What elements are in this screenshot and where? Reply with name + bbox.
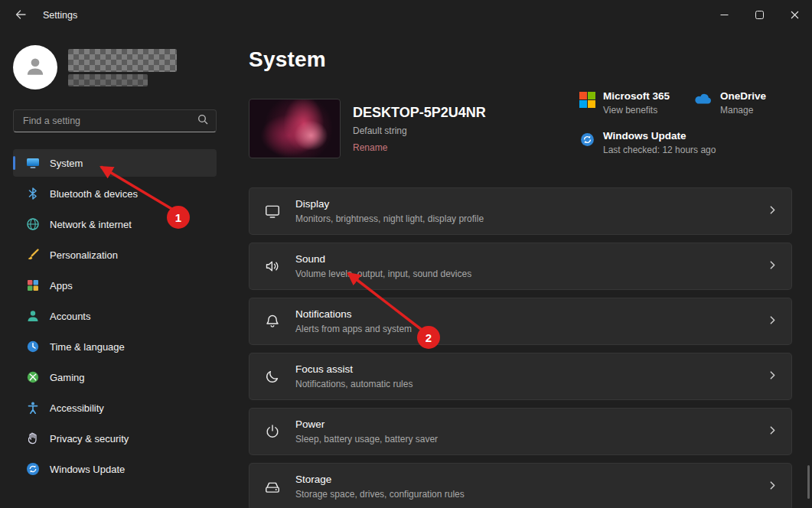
row-text: Power Sleep, battery usage, battery save… <box>295 418 438 444</box>
back-button[interactable] <box>8 3 34 28</box>
maximize-icon <box>755 8 764 22</box>
sidebar-item-privacy-security[interactable]: Privacy & security <box>13 425 217 452</box>
page-title: System <box>249 47 792 72</box>
rename-link[interactable]: Rename <box>353 142 486 153</box>
chevron-right-icon <box>768 425 778 438</box>
row-subtitle: Alerts from apps and system <box>295 324 412 334</box>
app-body: System Bluetooth & devices Network & int… <box>0 31 812 508</box>
row-text: Display Monitors, brightness, night ligh… <box>295 198 484 224</box>
sidebar-item-label: Privacy & security <box>50 433 129 444</box>
person-avatar-icon <box>23 54 47 81</box>
quick-link-text: Windows Update Last checked: 12 hours ag… <box>603 130 716 155</box>
device-header: DESKTOP-5P2U4NR Default string Rename Mi… <box>249 98 792 159</box>
windows-update-icon <box>579 132 595 148</box>
accessibility-icon <box>25 400 41 415</box>
sidebar: System Bluetooth & devices Network & int… <box>0 31 236 508</box>
settings-row-focus-assist[interactable]: Focus assist Notifications, automatic ru… <box>249 353 792 400</box>
row-text: Sound Volume levels, output, input, soun… <box>295 253 471 279</box>
row-subtitle: Sleep, battery usage, battery saver <box>295 434 438 444</box>
row-title: Notifications <box>295 308 412 320</box>
row-title: Storage <box>295 474 465 485</box>
sidebar-item-label: Gaming <box>50 372 85 383</box>
quick-link-action[interactable]: View benefits <box>603 105 670 116</box>
sound-icon <box>264 258 281 275</box>
censored-name-block <box>68 49 177 72</box>
sidebar-item-label: Time & language <box>50 341 125 353</box>
settings-window: { "colors": { "page_bg": "#1f1f1f", "car… <box>0 0 812 508</box>
search-input[interactable] <box>21 115 197 127</box>
sidebar-item-bluetooth-devices[interactable]: Bluetooth & devices <box>13 180 217 207</box>
sidebar-item-network-internet[interactable]: Network & internet <box>13 210 217 238</box>
censored-email-block <box>68 74 148 86</box>
sidebar-item-label: Network & internet <box>50 219 132 230</box>
xbox-icon <box>25 370 41 385</box>
chevron-right-icon <box>768 370 778 383</box>
device-name: DESKTOP-5P2U4NR <box>353 105 486 121</box>
window-controls <box>706 0 812 31</box>
quick-link-microsoft-365[interactable]: Microsoft 365 View benefits <box>579 90 693 116</box>
settings-row-power[interactable]: Power Sleep, battery usage, battery save… <box>249 408 792 455</box>
back-arrow-icon <box>15 8 26 22</box>
search-icon[interactable] <box>197 114 208 128</box>
close-icon <box>791 8 799 22</box>
apps-grid-icon <box>25 278 41 293</box>
settings-row-sound[interactable]: Sound Volume levels, output, input, soun… <box>249 243 792 290</box>
sidebar-item-label: System <box>50 158 83 169</box>
bell-icon <box>264 313 281 330</box>
quick-link-title: Microsoft 365 <box>603 90 670 102</box>
sidebar-item-apps[interactable]: Apps <box>13 272 217 299</box>
profile-section[interactable] <box>13 45 217 90</box>
sidebar-item-label: Windows Update <box>50 464 125 475</box>
sidebar-item-label: Accounts <box>50 311 90 322</box>
scrollbar[interactable] <box>807 465 810 499</box>
paintbrush-icon <box>25 247 41 262</box>
search-box <box>13 109 217 132</box>
quick-link-windows-update[interactable]: Windows Update Last checked: 12 hours ag… <box>579 130 792 155</box>
row-text: Focus assist Notifications, automatic ru… <box>295 363 413 389</box>
settings-list: Display Monitors, brightness, night ligh… <box>249 187 792 508</box>
quick-link-text: Microsoft 365 View benefits <box>603 90 670 116</box>
sidebar-item-accessibility[interactable]: Accessibility <box>13 394 217 422</box>
row-subtitle: Volume levels, output, input, sound devi… <box>295 269 471 279</box>
settings-row-notifications[interactable]: Notifications Alerts from apps and syste… <box>249 298 792 345</box>
sidebar-item-gaming[interactable]: Gaming <box>13 363 217 391</box>
minimize-button[interactable] <box>706 0 742 31</box>
desktop-wallpaper-thumbnail <box>249 99 341 158</box>
row-title: Sound <box>295 253 471 265</box>
sidebar-item-label: Personalization <box>50 249 118 261</box>
window-title: Settings <box>43 10 77 21</box>
sidebar-item-time-language[interactable]: Time & language <box>13 333 217 360</box>
row-text: Notifications Alerts from apps and syste… <box>295 308 412 334</box>
quick-link-title: OneDrive <box>720 90 766 102</box>
titlebar: Settings <box>0 0 812 31</box>
storage-icon <box>264 478 281 495</box>
quick-link-onedrive[interactable]: OneDrive Manage <box>693 90 792 116</box>
windows-update-icon <box>25 461 41 477</box>
quick-link-text: OneDrive Manage <box>720 90 766 116</box>
system-icon <box>25 155 41 171</box>
quick-link-status: Last checked: 12 hours ago <box>603 145 716 155</box>
minimize-icon <box>720 8 729 22</box>
quick-links: Microsoft 365 View benefits OneDrive Man… <box>579 90 792 155</box>
person-icon <box>25 308 41 324</box>
chevron-right-icon <box>768 204 778 218</box>
row-subtitle: Monitors, brightness, night light, displ… <box>295 213 484 224</box>
quick-link-action[interactable]: Manage <box>720 105 766 116</box>
sidebar-item-system[interactable]: System <box>13 149 217 177</box>
sidebar-item-windows-update[interactable]: Windows Update <box>13 455 217 483</box>
close-button[interactable] <box>777 0 812 31</box>
chevron-right-icon <box>768 259 778 273</box>
sidebar-item-accounts[interactable]: Accounts <box>13 302 217 330</box>
row-subtitle: Storage space, drives, configuration rul… <box>295 489 465 500</box>
maximize-button[interactable] <box>742 0 777 31</box>
display-icon <box>264 203 281 220</box>
censored-username <box>68 49 177 86</box>
settings-row-display[interactable]: Display Monitors, brightness, night ligh… <box>249 187 792 235</box>
device-info: DESKTOP-5P2U4NR Default string Rename <box>353 105 486 153</box>
sidebar-item-personalization[interactable]: Personalization <box>13 241 217 269</box>
settings-row-storage[interactable]: Storage Storage space, drives, configura… <box>249 463 792 508</box>
sidebar-nav: System Bluetooth & devices Network & int… <box>13 149 217 483</box>
microsoft-logo-icon <box>579 92 595 108</box>
sidebar-item-label: Bluetooth & devices <box>50 188 138 200</box>
sidebar-item-label: Apps <box>50 280 73 291</box>
